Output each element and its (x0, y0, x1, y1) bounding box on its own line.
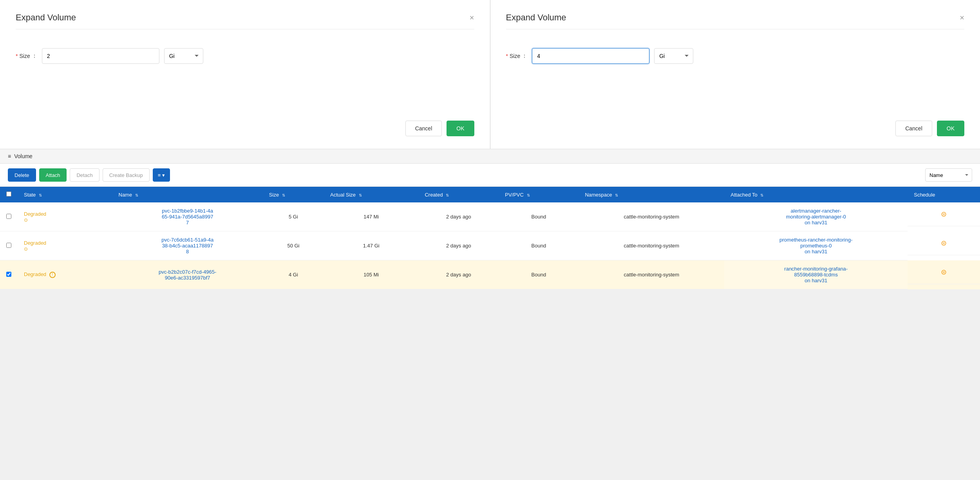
th-created[interactable]: Created ⇅ (418, 187, 499, 202)
row3-name-cell: pvc-b2b2c07c-f7cd-4965- 90e6-ac3319597bf… (112, 260, 263, 289)
th-size[interactable]: Size ⇅ (263, 187, 324, 202)
row1-name-cell: pvc-1b2fbbe9-14b1-4a 65-941a-7d5645a8997… (112, 202, 263, 231)
more-actions-button[interactable]: ≡ ▾ (153, 168, 170, 182)
delete-button[interactable]: Delete (8, 168, 36, 182)
volume-table: State ⇅ Name ⇅ Size ⇅ Actual Size ⇅ (0, 187, 980, 289)
th-pv-pvc[interactable]: PV/PVC ⇅ (499, 187, 579, 202)
row3-size-cell: 4 Gi (263, 260, 324, 289)
row2-name-cell: pvc-7c6dcb61-51a9-4a 38-b4c5-acaa1178897… (112, 231, 263, 260)
created-sort-icon: ⇅ (446, 193, 449, 197)
actual-size-sort-icon: ⇅ (359, 193, 362, 197)
dialog-left-close[interactable]: × (470, 14, 474, 22)
th-namespace-label: Namespace (585, 192, 612, 198)
row3-schedule-cell: ⊜ (908, 260, 980, 284)
dialog-right: Expand Volume × * Size： Gi Mi Ti (490, 0, 980, 149)
th-name[interactable]: Name ⇅ (112, 187, 263, 202)
th-attached-to[interactable]: Attached To ⇅ (724, 187, 908, 202)
row2-pvc-line2: 38-b4c5-acaa1178897 (162, 243, 213, 249)
volume-toolbar: Delete Attach Detach Create Backup ≡ ▾ N… (0, 164, 980, 187)
row3-state-cell: Degraded ! (18, 260, 112, 289)
section-header: ≡ Volume (0, 149, 980, 164)
row2-attached-line1: prometheus-rancher-monitoring- (779, 237, 852, 243)
row2-attached-line2: prometheus-0 (800, 243, 832, 249)
row1-attached-to-link[interactable]: alertmanager-rancher- monitoring-alertma… (730, 208, 901, 226)
dialog-right-close[interactable]: × (960, 14, 964, 22)
row3-attached-to-link[interactable]: rancher-monitoring-grafana- 8559b68898-t… (730, 266, 901, 283)
row1-state-cell: Degraded ⊙ (18, 202, 112, 231)
section-header-icon: ≡ (8, 153, 11, 159)
size-form-row-right: * Size： Gi Mi Ti (506, 48, 965, 64)
size-sort-icon: ⇅ (282, 193, 285, 197)
row2-pvc-link[interactable]: pvc-7c6dcb61-51a9-4a 38-b4c5-acaa1178897… (119, 237, 257, 254)
dialog-right-body: * Size： Gi Mi Ti (506, 39, 965, 114)
row3-checkbox-cell (0, 260, 18, 289)
row2-pv-pvc-cell: Bound (499, 231, 579, 260)
row1-namespace: cattle-monitoring-system (624, 214, 680, 220)
th-actual-size-label: Actual Size (330, 192, 356, 198)
row1-pv-pvc-cell: Bound (499, 202, 579, 231)
row1-pvc-line1: pvc-1b2fbbe9-14b1-4a (162, 208, 213, 214)
row1-schedule-icon: ⊜ (938, 208, 950, 220)
row2-pvc-line3: 8 (186, 249, 189, 254)
row2-size-cell: 50 Gi (263, 231, 324, 260)
row2-checkbox[interactable] (6, 243, 11, 248)
dialog-right-footer: Cancel OK (506, 114, 965, 136)
row3-schedule-icon: ⊜ (938, 266, 950, 278)
row1-pvc-link[interactable]: pvc-1b2fbbe9-14b1-4a 65-941a-7d5645a8997… (119, 208, 257, 226)
state-sort-icon: ⇅ (39, 193, 42, 197)
row1-created-cell: 2 days ago (418, 202, 499, 231)
th-size-label: Size (269, 192, 279, 198)
row1-created: 2 days ago (446, 214, 471, 220)
table-row: Degraded ! pvc-b2b2c07c-f7cd-4965- 90e6-… (0, 260, 980, 289)
row1-actual-size: 147 Mi (363, 214, 379, 220)
size-input-left[interactable] (42, 48, 159, 64)
row1-size-cell: 5 Gi (263, 202, 324, 231)
row1-pvc-line3: 7 (186, 220, 189, 226)
row2-pv-pvc: Bound (532, 243, 546, 249)
row1-pv-pvc: Bound (532, 214, 546, 220)
row3-attached-line1: rancher-monitoring-grafana- (784, 266, 848, 272)
attach-button[interactable]: Attach (39, 168, 67, 182)
row2-actual-size: 1.47 Gi (363, 243, 380, 249)
create-backup-button[interactable]: Create Backup (103, 168, 150, 182)
dialog-left-body: * Size： Gi Mi Ti (16, 39, 474, 114)
th-state[interactable]: State ⇅ (18, 187, 112, 202)
row3-checkbox[interactable] (6, 272, 11, 277)
ok-button-right[interactable]: OK (937, 121, 964, 136)
cancel-button-left[interactable]: Cancel (405, 121, 442, 136)
row1-checkbox[interactable] (6, 214, 11, 219)
row3-attached-line2: 8559b68898-tcdms (794, 272, 838, 278)
row2-pvc-line1: pvc-7c6dcb61-51a9-4a (161, 237, 213, 243)
select-all-checkbox[interactable] (6, 191, 11, 197)
unit-select-right[interactable]: Gi Mi Ti (654, 48, 693, 64)
required-star-left: * (16, 53, 18, 59)
row3-warning-icon: ! (49, 272, 56, 278)
cancel-button-right[interactable]: Cancel (895, 121, 932, 136)
dialog-right-title: Expand Volume (506, 13, 566, 23)
sort-select[interactable]: Name State Size Created (925, 168, 972, 182)
detach-button[interactable]: Detach (70, 168, 99, 182)
row2-created: 2 days ago (446, 243, 471, 249)
dialog-left-header: Expand Volume × (16, 13, 474, 29)
th-name-label: Name (119, 192, 132, 198)
row2-created-cell: 2 days ago (418, 231, 499, 260)
table-row: Degraded ⊙ pvc-7c6dcb61-51a9-4a 38-b4c5-… (0, 231, 980, 260)
row2-attached-to-link[interactable]: prometheus-rancher-monitoring- prometheu… (730, 237, 901, 254)
ok-button-left[interactable]: OK (447, 121, 474, 136)
row1-checkbox-cell (0, 202, 18, 231)
th-actual-size[interactable]: Actual Size ⇅ (324, 187, 418, 202)
volume-section: ≡ Volume Delete Attach Detach Create Bac… (0, 149, 980, 289)
row2-namespace: cattle-monitoring-system (624, 243, 680, 249)
th-state-label: State (24, 192, 36, 198)
unit-select-left[interactable]: Gi Mi Ti (164, 48, 203, 64)
row3-size: 4 Gi (289, 272, 298, 278)
size-input-right[interactable] (532, 48, 649, 64)
row3-created-cell: 2 days ago (418, 260, 499, 289)
size-form-row-left: * Size： Gi Mi Ti (16, 48, 474, 64)
row3-pvc-link[interactable]: pvc-b2b2c07c-f7cd-4965- 90e6-ac3319597bf… (119, 269, 257, 281)
row1-attached-line1: alertmanager-rancher- (791, 208, 841, 214)
row3-actual-size: 105 Mi (363, 272, 379, 278)
pv-pvc-sort-icon: ⇅ (527, 193, 530, 197)
section-header-label: Volume (14, 153, 33, 159)
th-namespace[interactable]: Namespace ⇅ (579, 187, 724, 202)
